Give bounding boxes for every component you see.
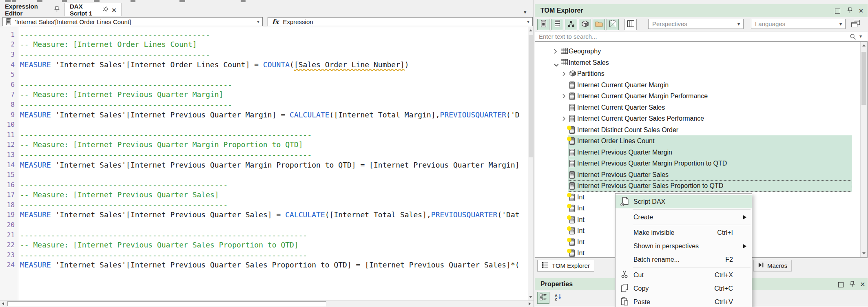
measure-selector[interactable]: 'Internet Sales'[Internet Order Lines Co…: [2, 17, 263, 26]
code-line[interactable]: 2-- Measure: [Internet Order Lines Count…: [0, 40, 528, 50]
list-icon: [542, 262, 549, 269]
expression-selector[interactable]: fx Expression ▾: [268, 17, 533, 26]
code-line[interactable]: 7-- Measure: [Internet Previous Quarter …: [0, 90, 528, 100]
languages-select[interactable]: Languages ▾: [751, 19, 846, 29]
tree-row[interactable]: Partitions: [535, 68, 860, 80]
code-line[interactable]: 18--------------------------------------…: [0, 200, 528, 210]
code-line[interactable]: 14MEASURE 'Internet Sales'[Internet Prev…: [0, 160, 528, 170]
chevron-right-icon[interactable]: [562, 116, 566, 123]
editor-vertical-scrollbar-thumb[interactable]: [529, 35, 533, 157]
toggle-partitions-button[interactable]: [579, 19, 591, 30]
pin-icon[interactable]: [847, 7, 852, 15]
code-line[interactable]: 22-- Measure: [Internet Previous Quarter…: [0, 240, 528, 250]
scroll-left-icon[interactable]: [2, 302, 4, 305]
scroll-up-icon[interactable]: [862, 44, 866, 46]
maximize-icon[interactable]: [835, 8, 840, 15]
menu-item-shown-in-perspectives[interactable]: Shown in perspectives: [616, 239, 752, 253]
code-line[interactable]: 1---------------------------------------…: [0, 29, 528, 40]
scroll-up-icon[interactable]: [529, 29, 532, 31]
chevron-right-icon[interactable]: [562, 93, 566, 101]
tree-row[interactable]: Internet Sales: [535, 57, 860, 68]
code-line[interactable]: 20: [0, 220, 528, 230]
pin-icon[interactable]: [54, 6, 60, 13]
alphabetical-sort-button[interactable]: AZ: [552, 292, 564, 304]
tree-row[interactable]: Internet Previous Quarter Margin Proport…: [535, 158, 860, 169]
tree-row[interactable]: Internet Previous Quarter Sales Proporti…: [535, 180, 860, 192]
code-line[interactable]: 13--------------------------------------…: [0, 150, 528, 160]
code-line[interactable]: 24MEASURE 'Internet Sales'[Internet Prev…: [0, 260, 528, 270]
close-icon[interactable]: ×: [860, 280, 865, 288]
toggle-display-folders-button[interactable]: [593, 19, 605, 30]
tab-expression-editor-label: Expression Editor: [5, 3, 51, 17]
tree-row[interactable]: Internet Current Quarter Margin Performa…: [535, 91, 860, 102]
chevron-down-icon[interactable]: [554, 61, 559, 68]
code-line[interactable]: 17-- Measure: [Internet Previous Quarter…: [0, 190, 528, 200]
toggle-columns-list-button[interactable]: [551, 19, 563, 30]
menu-item-script-dax[interactable]: Script DAX: [616, 195, 752, 208]
submenu-arrow-icon: [743, 244, 746, 248]
scroll-down-icon[interactable]: [529, 296, 532, 298]
code-line[interactable]: 9MEASURE 'Internet Sales'[Internet Previ…: [0, 110, 528, 120]
toggle-column-view-button[interactable]: [624, 19, 637, 30]
menu-item-make-invisible[interactable]: Make invisibleCtrl+I: [616, 226, 752, 239]
modified-badge: [567, 249, 571, 253]
code-line[interactable]: 15: [0, 170, 528, 180]
layered-windows-icon[interactable]: [851, 20, 860, 29]
toggle-hidden-objects-button[interactable]: [607, 19, 619, 30]
clipped-toolbar-fragment: [241, 0, 246, 2]
code-line[interactable]: 23--------------------------------------…: [0, 250, 528, 260]
code-line[interactable]: 11--------------------------------------…: [0, 130, 528, 140]
code-line[interactable]: 16--------------------------------------…: [0, 180, 528, 190]
pin-icon[interactable]: [850, 281, 855, 289]
code-line[interactable]: 3---------------------------------------…: [0, 49, 528, 60]
close-icon[interactable]: ×: [112, 6, 116, 14]
chevron-down-icon[interactable]: ▾: [524, 9, 527, 15]
measure-selector-value: 'Internet Sales'[Internet Order Lines Co…: [15, 18, 131, 25]
tree-row[interactable]: Internet Current Quarter Sales Performan…: [535, 113, 860, 124]
code-line[interactable]: 4MEASURE 'Internet Sales'[Internet Order…: [0, 60, 528, 70]
tree-row[interactable]: Internet Previous Quarter Margin: [535, 147, 860, 158]
chevron-right-icon[interactable]: [554, 49, 557, 56]
toggle-hierarchies-button[interactable]: [565, 19, 577, 30]
code-line[interactable]: 21--------------------------------------…: [0, 230, 528, 240]
tab-tom-explorer[interactable]: TOM Explorer: [537, 260, 594, 272]
dax-code-editor[interactable]: 1---------------------------------------…: [0, 27, 528, 301]
code-line[interactable]: 5: [0, 69, 528, 80]
menu-item-paste[interactable]: PasteCtrl+V: [616, 295, 752, 307]
menu-item-shortcut: Ctrl+I: [717, 229, 733, 236]
toggle-measures-button[interactable]: [537, 19, 549, 30]
pin-icon[interactable]: [100, 6, 109, 14]
tree-row[interactable]: Internet Previous Quarter Sales: [535, 169, 860, 181]
categorized-view-button[interactable]: [537, 292, 549, 304]
code-text: MEASURE 'Internet Sales'[Internet Previo…: [15, 261, 520, 269]
menu-item-copy[interactable]: CopyCtrl+C: [616, 282, 752, 295]
code-line[interactable]: 12-- Measure: [Internet Previous Quarter…: [0, 140, 528, 150]
close-icon[interactable]: ×: [859, 7, 864, 15]
tree-row[interactable]: Internet Order Lines Count: [535, 135, 860, 147]
code-line[interactable]: 8---------------------------------------…: [0, 99, 528, 110]
tree-row[interactable]: Internet Current Quarter Sales: [535, 102, 860, 113]
maximize-icon[interactable]: [838, 282, 844, 289]
tab-dax-script-1[interactable]: DAX Script 1 ×: [64, 3, 122, 16]
chevron-right-icon[interactable]: [562, 71, 566, 78]
scroll-right-icon[interactable]: [529, 302, 531, 305]
tree-scrollbar-thumb[interactable]: [861, 52, 866, 105]
chevron-down-icon[interactable]: ▾: [859, 33, 862, 39]
code-line[interactable]: 10: [0, 119, 528, 130]
perspectives-select[interactable]: Perspectives ▾: [648, 19, 744, 29]
tab-macros[interactable]: Macros: [753, 260, 792, 272]
search-icon[interactable]: [850, 33, 856, 42]
line-number: 4: [0, 61, 15, 68]
code-line[interactable]: 19MEASURE 'Internet Sales'[Internet Prev…: [0, 210, 528, 220]
menu-item-batch-rename[interactable]: Batch rename...F2: [616, 253, 752, 266]
tab-expression-editor[interactable]: Expression Editor: [0, 3, 64, 16]
menu-item-cut[interactable]: CutCtrl+X: [616, 268, 752, 282]
tree-row[interactable]: Geography: [535, 46, 860, 57]
code-line[interactable]: 6---------------------------------------…: [0, 80, 528, 90]
search-input[interactable]: Enter text to search... ▾: [535, 31, 868, 42]
editor-horizontal-scrollbar-thumb[interactable]: [7, 301, 326, 306]
menu-item-create[interactable]: Create: [616, 210, 752, 224]
tree-row[interactable]: Internet Current Quarter Margin: [535, 80, 860, 91]
scroll-down-icon[interactable]: [862, 252, 866, 254]
tree-row[interactable]: Internet Distinct Count Sales Order: [535, 124, 860, 136]
